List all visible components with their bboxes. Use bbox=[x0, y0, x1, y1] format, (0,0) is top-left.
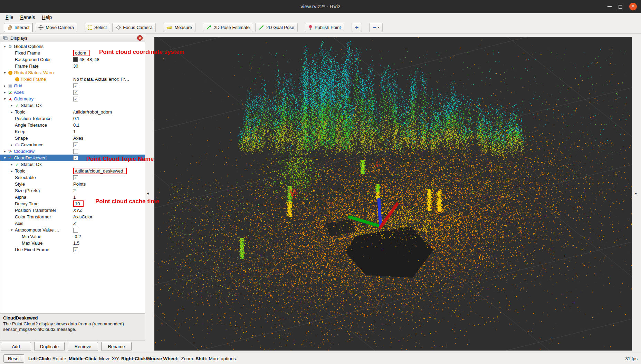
property-value[interactable]: 1 bbox=[73, 128, 144, 135]
collapse-arrow-icon[interactable]: ▸ bbox=[9, 143, 14, 147]
property-value[interactable]: Axes bbox=[73, 135, 144, 141]
menu-file[interactable]: File bbox=[3, 14, 16, 21]
expand-arrow-icon[interactable]: ▾ bbox=[2, 71, 7, 75]
tool-remove-tool[interactable]: −▾ bbox=[369, 23, 383, 32]
tree-row-axis[interactable]: AxisZ bbox=[0, 220, 145, 227]
expand-arrow-icon[interactable]: ▾ bbox=[9, 228, 14, 232]
checkbox-unchecked[interactable] bbox=[73, 228, 78, 233]
property-value[interactable]: 0.1 bbox=[73, 115, 144, 122]
property-value[interactable] bbox=[73, 148, 144, 155]
property-value[interactable]: ✓ bbox=[73, 82, 144, 89]
displays-panel-header[interactable]: Displays ✕ bbox=[0, 34, 145, 42]
property-value[interactable]: XYZ bbox=[73, 207, 144, 214]
tool-move-camera[interactable]: Move Camera bbox=[35, 23, 77, 32]
add-button[interactable]: Add bbox=[1, 342, 31, 351]
collapse-arrow-icon[interactable]: ▸ bbox=[2, 90, 7, 94]
close-icon[interactable]: ✕ bbox=[629, 3, 637, 10]
checkbox-checked[interactable]: ✓ bbox=[73, 142, 78, 147]
collapse-right-icon[interactable]: ▸ bbox=[635, 191, 637, 196]
collapse-arrow-icon[interactable]: ▸ bbox=[2, 149, 7, 153]
expand-arrow-icon[interactable]: ▾ bbox=[2, 45, 7, 48]
property-value[interactable]: 48; 48; 48 bbox=[73, 56, 144, 63]
property-value[interactable]: Z bbox=[73, 220, 144, 227]
tree-row-size-pixels[interactable]: Size (Pixels)2 bbox=[0, 187, 145, 194]
checkbox-checked[interactable]: ✓ bbox=[73, 83, 78, 88]
rename-button[interactable]: Rename bbox=[101, 342, 132, 351]
checkbox-checked[interactable]: ✓ bbox=[73, 97, 78, 101]
maximize-icon[interactable] bbox=[619, 5, 622, 9]
tool-2d-pose-estimate[interactable]: 2D Pose Estimate bbox=[203, 23, 253, 32]
tree-row-use-fixed-frame[interactable]: Use Fixed Frame✓ bbox=[0, 246, 145, 253]
tool-interact[interactable]: Interact bbox=[4, 23, 33, 32]
tree-row-min-value[interactable]: Min Value-0.2 bbox=[0, 233, 145, 240]
minimize-icon[interactable] bbox=[607, 6, 612, 7]
collapse-arrow-icon[interactable]: ▸ bbox=[2, 84, 7, 88]
tree-row-position-transformer[interactable]: Position TransformerXYZ bbox=[0, 207, 145, 214]
tree-row-selectable[interactable]: Selectable✓ bbox=[0, 174, 145, 181]
tree-row-style[interactable]: StylePoints bbox=[0, 181, 145, 187]
menu-help[interactable]: Help bbox=[39, 14, 55, 21]
reset-button[interactable]: Reset bbox=[3, 354, 24, 363]
collapse-left-icon[interactable]: ◂ bbox=[147, 191, 149, 196]
tree-row-background-color[interactable]: Background Color48; 48; 48 bbox=[0, 56, 145, 63]
tree-row-keep[interactable]: Keep1 bbox=[0, 128, 145, 135]
property-value[interactable]: -0.2 bbox=[73, 233, 144, 240]
collapse-arrow-icon[interactable]: ▸ bbox=[9, 110, 14, 114]
property-value[interactable] bbox=[73, 227, 144, 233]
remove-button[interactable]: Remove bbox=[68, 342, 98, 351]
tree-row-max-value[interactable]: Max Value1.5 bbox=[0, 240, 145, 246]
menu-panels[interactable]: Panels bbox=[18, 14, 38, 21]
property-value[interactable]: ✓ bbox=[73, 89, 144, 96]
property-value[interactable]: ✓ bbox=[73, 246, 144, 253]
collapse-arrow-icon[interactable]: ▸ bbox=[9, 163, 14, 166]
tool-publish-point[interactable]: Publish Point bbox=[305, 23, 344, 32]
property-value[interactable]: 2 bbox=[73, 187, 144, 194]
checkbox-checked[interactable]: ✓ bbox=[73, 247, 78, 252]
tree-row-odometry[interactable]: ▾Odometry✓ bbox=[0, 96, 145, 102]
property-value[interactable] bbox=[73, 102, 144, 109]
property-value[interactable]: /utlidar/cloud_deskewed bbox=[73, 168, 144, 174]
property-value[interactable]: ✓ bbox=[73, 96, 144, 102]
tree-row-color-transformer[interactable]: Color TransformerAxisColor bbox=[0, 214, 145, 220]
tree-row-topic[interactable]: ▸Topic/utlidar/robot_odom bbox=[0, 109, 145, 115]
3d-viewport-canvas[interactable] bbox=[154, 37, 632, 351]
tool-select[interactable]: Select bbox=[85, 23, 110, 32]
title-bar[interactable]: view.rviz2* - RViz ✕ bbox=[0, 0, 641, 13]
tool-add-tool[interactable]: + bbox=[352, 23, 362, 32]
tool-measure[interactable]: Measure bbox=[163, 23, 195, 32]
tree-row-covariance[interactable]: ▸Covariance✓ bbox=[0, 141, 145, 148]
checkbox-checked[interactable]: ✓ bbox=[73, 175, 78, 180]
checkbox-checked[interactable]: ✓ bbox=[73, 90, 78, 95]
panel-close-icon[interactable]: ✕ bbox=[137, 35, 143, 41]
tool-2d-goal-pose[interactable]: 2D Goal Pose bbox=[255, 23, 298, 32]
tree-row-cloudraw[interactable]: ▸CloudRaw bbox=[0, 148, 145, 155]
property-value[interactable]: 30 bbox=[73, 63, 144, 69]
tool-focus-camera[interactable]: Focus Camera bbox=[112, 23, 156, 32]
tree-row-autocompute-value[interactable]: ▾Autocompute Value … bbox=[0, 227, 145, 233]
property-value[interactable]: 1.5 bbox=[73, 240, 144, 246]
tree-row-status-ok[interactable]: ▸✓Status: Ok bbox=[0, 102, 145, 109]
right-splitter[interactable]: ▸ bbox=[632, 34, 641, 353]
tree-row-angle-tolerance[interactable]: Angle Tolerance0.1 bbox=[0, 122, 145, 128]
tree-row-frame-rate[interactable]: Frame Rate30 bbox=[0, 63, 145, 69]
duplicate-button[interactable]: Duplicate bbox=[34, 342, 65, 351]
property-value[interactable]: ✓ bbox=[73, 174, 144, 181]
property-value[interactable]: ✓ bbox=[73, 141, 144, 148]
checkbox-unchecked[interactable] bbox=[73, 149, 78, 154]
tree-row-fixed-frame[interactable]: !Fixed FrameNo tf data. Actual error: Fr… bbox=[0, 76, 145, 82]
tree-row-topic[interactable]: ▸Topic/utlidar/cloud_deskewed bbox=[0, 168, 145, 174]
tree-row-grid[interactable]: ▸▦Grid✓ bbox=[0, 82, 145, 89]
tree-row-position-tolerance[interactable]: Position Tolerance0.1 bbox=[0, 115, 145, 122]
property-value[interactable]: 0.1 bbox=[73, 122, 144, 128]
tree-row-global-status-warn[interactable]: ▾!Global Status: Warn bbox=[0, 69, 145, 76]
collapse-arrow-icon[interactable]: ▸ bbox=[9, 104, 14, 107]
tree-row-shape[interactable]: ShapeAxes bbox=[0, 135, 145, 141]
property-value[interactable]: Points bbox=[73, 181, 144, 187]
panel-splitter[interactable]: ◂ bbox=[145, 34, 154, 353]
tree-row-axes[interactable]: ▸Axes✓ bbox=[0, 89, 145, 96]
expand-arrow-icon[interactable]: ▾ bbox=[2, 156, 7, 160]
checkbox-checked[interactable]: ✓ bbox=[73, 156, 78, 160]
property-value[interactable] bbox=[73, 69, 144, 76]
property-value[interactable]: No tf data. Actual error: Fr… bbox=[73, 76, 144, 82]
collapse-arrow-icon[interactable]: ▸ bbox=[9, 169, 14, 173]
